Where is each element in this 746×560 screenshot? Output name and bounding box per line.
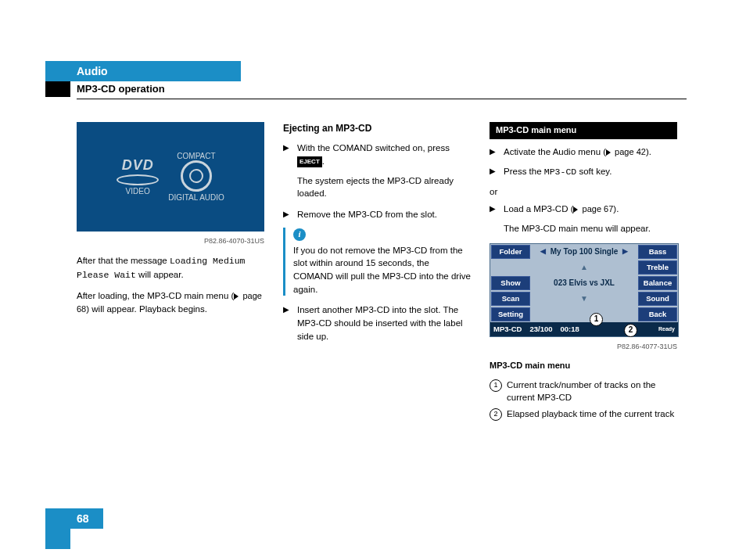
content-columns: DVD VIDEO COMPACT DIGITAL AUDIO P82.86-4… — [77, 122, 677, 424]
legend-item: 2 Elapsed playback time of the current t… — [490, 407, 677, 421]
screen-row: Folder ◀ My Top 100 Single ▶ Bass — [490, 244, 678, 260]
screen-title-row: ◀ My Top 100 Single ▶ — [531, 244, 637, 260]
dvd-logo-oval-icon — [117, 174, 159, 185]
paragraph-after-loading: After loading, the MP3-CD main menu ( pa… — [77, 289, 264, 316]
callout-2: 2 — [624, 324, 637, 337]
legend-number-2: 2 — [490, 408, 502, 421]
image-caption: P82.86-4077-31US — [490, 342, 677, 352]
down-arrow-row: ▼ — [531, 291, 637, 307]
softkey-bass: Bass — [638, 245, 677, 259]
section-marker — [45, 81, 70, 97]
dvd-video-logo: DVD VIDEO — [117, 158, 159, 196]
column-3: MP3-CD main menu Activate the Audio menu… — [490, 122, 677, 424]
right-triangle-icon: ▶ — [622, 246, 628, 257]
info-icon: i — [293, 228, 306, 241]
left-triangle-icon: ◀ — [540, 246, 546, 257]
screen-row: ▲ Treble — [490, 260, 678, 275]
page-corner-decoration — [45, 529, 70, 549]
info-text: If you do not remove the MP3-CD from the… — [293, 244, 471, 296]
page-ref-triangle-icon — [606, 149, 611, 156]
eject-button-icon: EJECT — [297, 156, 322, 167]
horizontal-rule — [77, 99, 687, 99]
legend-item: 1 Current track/number of tracks on the … — [490, 379, 677, 404]
disc-logo-ring-icon — [181, 160, 212, 192]
instruction-followup: The MP3-CD main menu will appear. — [504, 222, 677, 235]
softkey-sound: Sound — [638, 292, 677, 306]
comand-mp3cd-screen: Folder ◀ My Top 100 Single ▶ Bass ▲ Treb… — [490, 243, 679, 337]
softkey-balance: Balance — [638, 276, 677, 290]
instruction-list: With the COMAND switched on, press EJECT… — [283, 142, 471, 221]
instruction-list: Load a MP3-CD ( page 67). The MP3-CD mai… — [490, 203, 677, 235]
status-track-count: 23/100 — [529, 324, 552, 335]
legend-heading: MP3-CD main menu — [490, 360, 677, 372]
legend-text-2: Elapsed playback time of the current tra… — [507, 407, 674, 421]
softkey-setting: Setting — [491, 307, 530, 321]
up-arrow-row: ▲ — [531, 260, 637, 275]
page-ref-triangle-icon — [573, 206, 578, 213]
instruction-item: With the COMAND switched on, press EJECT… — [283, 142, 471, 200]
legend-number-1: 1 — [490, 379, 502, 392]
compact-disc-logo: COMPACT DIGITAL AUDIO — [168, 152, 224, 202]
callout-1: 1 — [590, 313, 603, 326]
chapter-title: Audio — [77, 65, 108, 77]
instruction-item: Press the MP3-CD soft key. — [490, 165, 677, 179]
instruction-followup: The system ejects the MP3-CD already loa… — [297, 174, 471, 200]
softkey-back: Back — [638, 307, 677, 321]
comand-display-illustration: DVD VIDEO COMPACT DIGITAL AUDIO — [77, 122, 264, 232]
section-title: MP3-CD operation — [77, 83, 165, 95]
chapter-tab: Audio — [45, 61, 241, 81]
or-separator: or — [490, 185, 677, 199]
playlist-title: My Top 100 Single — [551, 246, 619, 258]
page-number: 68 — [45, 508, 103, 529]
down-triangle-icon: ▼ — [580, 293, 588, 305]
subheading-bar: MP3-CD main menu — [490, 122, 677, 139]
column-1: DVD VIDEO COMPACT DIGITAL AUDIO P82.86-4… — [77, 122, 264, 424]
dvd-logo-top: DVD — [117, 158, 159, 174]
status-elapsed-time: 00:18 — [560, 324, 579, 335]
comand-screen-wrap: Folder ◀ My Top 100 Single ▶ Bass ▲ Treb… — [490, 243, 677, 337]
empty-center — [531, 307, 637, 322]
page-ref-triangle-icon — [234, 293, 239, 300]
dvd-logo-bottom: VIDEO — [117, 187, 159, 196]
manual-page: Audio MP3-CD operation DVD VIDEO COMPACT… — [0, 0, 746, 560]
instruction-list: Activate the Audio menu ( page 42). Pres… — [490, 145, 677, 179]
disc-logo-top: COMPACT — [168, 152, 224, 160]
screen-row: Show 023 Elvis vs JXL Balance — [490, 275, 678, 291]
instruction-item: Load a MP3-CD ( page 67). The MP3-CD mai… — [490, 203, 677, 235]
softkey-treble: Treble — [638, 260, 677, 275]
track-name: 023 Elvis vs JXL — [531, 275, 637, 291]
legend-list: 1 Current track/number of tracks on the … — [490, 379, 677, 421]
info-note: i If you do not remove the MP3-CD from t… — [283, 228, 471, 296]
instruction-item: Activate the Audio menu ( page 42). — [490, 145, 677, 159]
softkey-folder: Folder — [491, 245, 530, 259]
image-caption: P82.86-4070-31US — [77, 236, 264, 246]
subheading-ejecting: Ejecting an MP3-CD — [283, 122, 471, 135]
softkey-show: Show — [491, 276, 530, 290]
instruction-list: Insert another MP3-CD into the slot. The… — [283, 303, 471, 343]
disc-logo-bottom: DIGITAL AUDIO — [168, 193, 224, 202]
status-source: MP3-CD — [493, 324, 522, 335]
mono-text: MP3-CD — [544, 167, 576, 177]
legend-text-1: Current track/number of tracks on the cu… — [507, 379, 677, 404]
up-triangle-icon: ▲ — [580, 262, 588, 274]
status-bar: MP3-CD 23/100 00:18 Ready — [490, 322, 678, 336]
column-2: Ejecting an MP3-CD With the COMAND switc… — [283, 122, 471, 424]
softkey-scan: Scan — [491, 292, 530, 306]
screen-row: Setting Back — [490, 307, 678, 322]
screen-row: Scan ▼ Sound — [490, 291, 678, 307]
paragraph-loading-message: After that the message Loading Medium Pl… — [77, 254, 264, 282]
status-ready: Ready — [658, 325, 675, 333]
instruction-item: Remove the MP3-CD from the slot. — [283, 208, 471, 221]
instruction-item: Insert another MP3-CD into the slot. The… — [283, 303, 471, 343]
